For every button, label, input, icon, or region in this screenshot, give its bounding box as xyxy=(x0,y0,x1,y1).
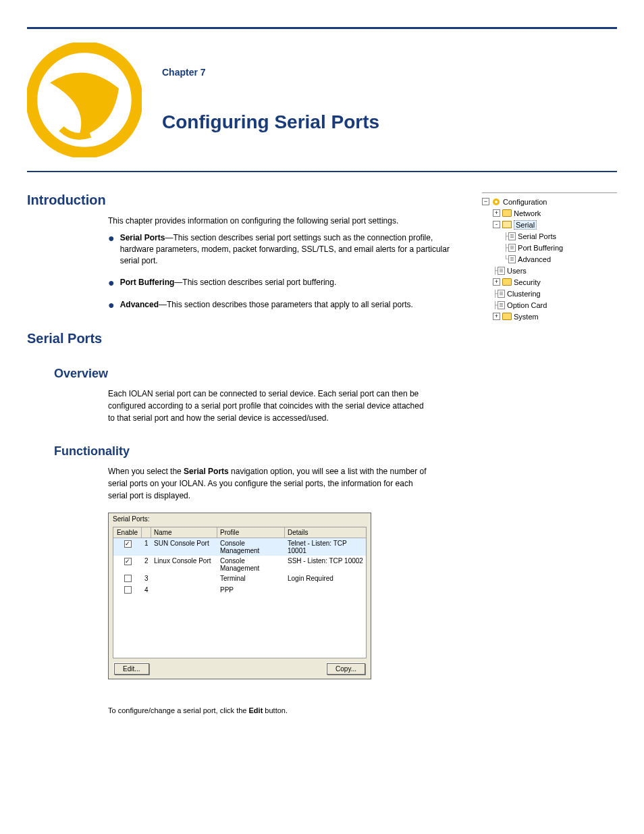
row-num: 4 xyxy=(142,585,151,596)
tree-label: Serial xyxy=(514,220,537,230)
folder-open-icon xyxy=(502,221,512,228)
col-profile[interactable]: Profile xyxy=(217,527,285,538)
tree-item-security[interactable]: +Security xyxy=(482,276,617,288)
bullet-bold: Port Buffering xyxy=(120,278,175,287)
serial-ports-panel-screenshot: Serial Ports: Enable Name Profile Detail… xyxy=(27,513,617,679)
col-name[interactable]: Name xyxy=(151,527,217,538)
tree-label: Port Buffering xyxy=(518,244,563,252)
table-row[interactable]: 4 PPP xyxy=(113,585,366,596)
row-name xyxy=(151,585,217,596)
expand-icon[interactable]: + xyxy=(493,278,500,286)
row-name: SUN Console Port xyxy=(151,539,217,555)
expand-icon[interactable]: + xyxy=(493,209,500,217)
config-tree: − Configuration +Network -Serial ├Serial… xyxy=(482,192,617,325)
bullet-text: —This section describes those parameters… xyxy=(159,300,413,309)
list-item: ● Advanced—This section describes those … xyxy=(108,299,468,311)
bullet-text: —This section describes serial port sett… xyxy=(120,233,450,265)
tree-label: Advanced xyxy=(518,255,551,263)
row-enable-checkbox[interactable]: ✓ xyxy=(124,558,132,565)
header-rule xyxy=(27,171,617,172)
chapter-title: Configuring Serial Ports xyxy=(162,111,379,133)
row-details: Telnet - Listen: TCP 10001 xyxy=(285,539,366,555)
document-icon xyxy=(498,267,505,275)
document-icon xyxy=(508,255,516,263)
table-row[interactable]: ✓ 1 SUN Console Port Console Management … xyxy=(113,538,366,556)
footer-instruction: To configure/change a serial port, click… xyxy=(27,706,617,714)
tree-label: System xyxy=(514,313,539,321)
tree-label: Option Card xyxy=(507,301,547,309)
document-icon xyxy=(508,244,516,252)
row-num: 2 xyxy=(142,556,151,573)
panel-title: Serial Ports: xyxy=(109,513,371,525)
tree-item-network[interactable]: +Network xyxy=(482,207,617,219)
overview-body: Each IOLAN serial port can be connected … xyxy=(27,388,432,424)
row-enable-checkbox[interactable] xyxy=(124,586,132,594)
tree-root[interactable]: − Configuration xyxy=(482,196,617,207)
functionality-body: When you select the Serial Ports navigat… xyxy=(27,465,432,502)
bullet-bold: Advanced xyxy=(120,300,159,309)
tree-item-clustering[interactable]: ├Clustering xyxy=(482,288,617,299)
tree-item-serial-ports[interactable]: ├Serial Ports xyxy=(482,230,617,242)
folder-icon xyxy=(502,278,512,286)
row-profile: Console Management xyxy=(217,556,285,573)
row-enable-checkbox[interactable]: ✓ xyxy=(124,540,132,548)
row-enable-checkbox[interactable] xyxy=(124,575,132,582)
globe-logo-icon xyxy=(27,43,142,157)
collapse-icon[interactable]: − xyxy=(482,198,489,205)
tree-label: Configuration xyxy=(503,198,547,206)
intro-lead: This chapter provides information on con… xyxy=(108,216,468,226)
tree-label: Clustering xyxy=(507,290,541,298)
table-row[interactable]: 3 Terminal Login Required xyxy=(113,573,366,585)
tree-item-option-card[interactable]: ├Option Card xyxy=(482,299,617,311)
overview-heading: Overview xyxy=(27,367,617,381)
document-icon xyxy=(498,290,505,298)
expand-icon[interactable]: + xyxy=(493,313,500,320)
tree-label: Security xyxy=(514,278,541,286)
page-header: Chapter 7 Configuring Serial Ports xyxy=(27,43,617,157)
row-num: 1 xyxy=(142,539,151,555)
serial-ports-table[interactable]: Enable Name Profile Details ✓ 1 SUN Cons… xyxy=(113,527,367,658)
bullet-bold: Serial Ports xyxy=(120,233,165,242)
copy-button[interactable]: Copy... xyxy=(327,663,365,675)
svg-point-2 xyxy=(495,201,498,203)
list-item: ● Serial Ports—This section describes se… xyxy=(108,232,468,266)
top-rule xyxy=(27,27,617,29)
bullet-icon: ● xyxy=(108,278,115,288)
row-name: Linux Console Port xyxy=(151,556,217,573)
tree-item-system[interactable]: +System xyxy=(482,311,617,322)
section-introduction-title: Introduction xyxy=(27,192,468,208)
document-icon xyxy=(508,232,516,240)
col-enable[interactable]: Enable xyxy=(113,527,142,538)
collapse-icon[interactable]: - xyxy=(493,221,500,228)
section-serial-ports-title: Serial Ports xyxy=(27,331,617,346)
tree-item-serial[interactable]: -Serial xyxy=(482,219,617,230)
col-details[interactable]: Details xyxy=(285,527,366,538)
functionality-heading: Functionality xyxy=(27,444,617,459)
folder-icon xyxy=(502,313,512,320)
bullet-icon: ● xyxy=(108,233,115,244)
edit-button[interactable]: Edit... xyxy=(114,663,149,675)
row-name xyxy=(151,574,217,584)
row-profile: PPP xyxy=(217,585,285,596)
bullet-text: —This section describes serial port buff… xyxy=(174,278,336,287)
document-icon xyxy=(498,301,505,309)
gear-icon xyxy=(491,197,501,207)
row-details: SSH - Listen: TCP 10002 xyxy=(285,556,366,573)
table-row[interactable]: ✓ 2 Linux Console Port Console Managemen… xyxy=(113,556,366,573)
col-number[interactable] xyxy=(142,527,151,538)
tree-item-port-buffering[interactable]: ├Port Buffering xyxy=(482,242,617,253)
intro-bullet-list: ● Serial Ports—This section describes se… xyxy=(108,232,468,311)
tree-item-users[interactable]: ├Users xyxy=(482,265,617,276)
folder-icon xyxy=(502,209,512,217)
list-item: ● Port Buffering—This section describes … xyxy=(108,277,468,288)
chapter-number: Chapter 7 xyxy=(162,67,379,78)
tree-label: Network xyxy=(514,209,541,217)
row-details: Login Required xyxy=(285,574,366,584)
table-header-row: Enable Name Profile Details xyxy=(113,527,366,538)
row-num: 3 xyxy=(142,574,151,584)
tree-label: Serial Ports xyxy=(518,232,556,240)
row-details xyxy=(285,585,366,596)
bullet-icon: ● xyxy=(108,300,115,311)
tree-item-advanced[interactable]: └Advanced xyxy=(482,253,617,265)
row-profile: Terminal xyxy=(217,574,285,584)
